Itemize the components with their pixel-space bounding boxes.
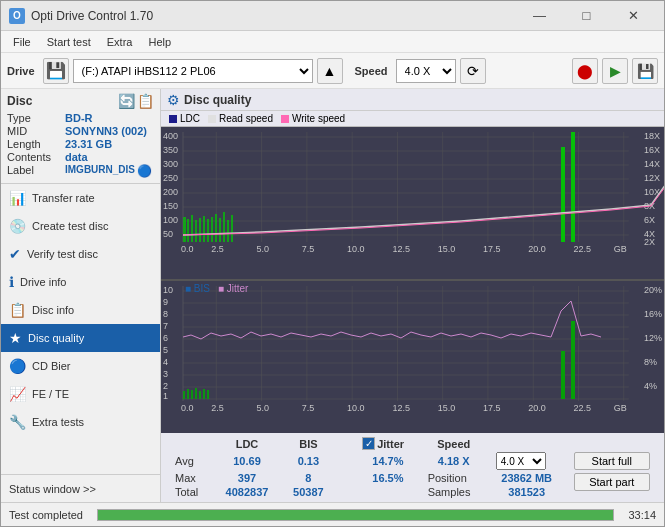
svg-rect-47 bbox=[223, 212, 225, 242]
start-full-button[interactable]: Start full bbox=[574, 452, 650, 470]
extra-tests-icon: 🔧 bbox=[9, 414, 26, 430]
progress-bar-fill bbox=[98, 510, 613, 520]
start-part-button[interactable]: Start part bbox=[574, 473, 650, 491]
svg-rect-102 bbox=[191, 390, 193, 399]
svg-text:8%: 8% bbox=[644, 357, 657, 367]
svg-text:10.0: 10.0 bbox=[347, 244, 365, 254]
close-button[interactable]: ✕ bbox=[611, 1, 656, 31]
disc-panel: Disc 🔄 📋 Type BD-R MID SONYNN3 (002) Len… bbox=[1, 89, 160, 184]
refresh-button[interactable]: ⟳ bbox=[460, 58, 486, 84]
svg-rect-105 bbox=[203, 389, 205, 399]
app-icon: O bbox=[9, 8, 25, 24]
svg-rect-40 bbox=[195, 220, 197, 242]
svg-rect-0 bbox=[161, 127, 664, 279]
svg-rect-107 bbox=[561, 351, 565, 399]
sidebar-item-drive-info[interactable]: ℹ Drive info bbox=[1, 268, 160, 296]
play-button[interactable]: ▶ bbox=[602, 58, 628, 84]
fe-te-icon: 📈 bbox=[9, 386, 26, 402]
svg-text:3: 3 bbox=[163, 369, 168, 379]
sidebar-item-disc-info[interactable]: 📋 Disc info bbox=[1, 296, 160, 324]
sidebar-item-transfer-rate[interactable]: 📊 Transfer rate bbox=[1, 184, 160, 212]
svg-text:10.0: 10.0 bbox=[347, 403, 365, 413]
status-window-button[interactable]: Status window >> bbox=[1, 474, 160, 502]
chart-ldc: 400 350 300 250 200 150 100 50 18X 16X 1… bbox=[161, 127, 664, 281]
eject-button[interactable]: ▲ bbox=[317, 58, 343, 84]
sidebar-item-verify-test-disc[interactable]: ✔ Verify test disc bbox=[1, 240, 160, 268]
save-button[interactable]: 💾 bbox=[632, 58, 658, 84]
disc-quality-title: Disc quality bbox=[184, 93, 251, 107]
svg-rect-104 bbox=[199, 391, 201, 399]
svg-text:20.0: 20.0 bbox=[528, 244, 546, 254]
drive-label: Drive bbox=[7, 65, 35, 77]
sidebar-item-extra-tests[interactable]: 🔧 Extra tests bbox=[1, 408, 160, 436]
svg-rect-41 bbox=[199, 218, 201, 242]
svg-rect-45 bbox=[215, 214, 217, 242]
statusbar: Test completed 33:14 bbox=[1, 502, 664, 526]
disc-quality-icon: ★ bbox=[9, 330, 22, 346]
svg-text:200: 200 bbox=[163, 187, 178, 197]
sidebar-item-disc-quality[interactable]: ★ Disc quality bbox=[1, 324, 160, 352]
menu-extra[interactable]: Extra bbox=[99, 34, 141, 50]
bis-legend-label: ■ BIS bbox=[185, 283, 210, 294]
speed-select-stats[interactable]: 4.0 X bbox=[496, 452, 546, 470]
disc-refresh-icon[interactable]: 🔄 bbox=[118, 93, 135, 109]
svg-text:6: 6 bbox=[163, 333, 168, 343]
sidebar-item-label: Disc quality bbox=[28, 332, 84, 344]
menu-start-test[interactable]: Start test bbox=[39, 34, 99, 50]
svg-text:12.5: 12.5 bbox=[392, 244, 410, 254]
svg-text:150: 150 bbox=[163, 201, 178, 211]
svg-rect-44 bbox=[211, 217, 213, 242]
svg-rect-37 bbox=[183, 217, 186, 242]
svg-text:2.5: 2.5 bbox=[211, 403, 224, 413]
disc-info-icon[interactable]: 📋 bbox=[137, 93, 154, 109]
svg-text:6X: 6X bbox=[644, 215, 655, 225]
svg-text:2: 2 bbox=[163, 381, 168, 391]
svg-text:2X: 2X bbox=[644, 237, 655, 247]
svg-text:12X: 12X bbox=[644, 173, 660, 183]
svg-text:15.0: 15.0 bbox=[438, 244, 456, 254]
menu-file[interactable]: File bbox=[5, 34, 39, 50]
sidebar-item-fe-te[interactable]: 📈 FE / TE bbox=[1, 380, 160, 408]
svg-text:12%: 12% bbox=[644, 333, 662, 343]
svg-text:16X: 16X bbox=[644, 145, 660, 155]
left-panel: Disc 🔄 📋 Type BD-R MID SONYNN3 (002) Len… bbox=[1, 89, 161, 502]
verify-test-disc-icon: ✔ bbox=[9, 246, 21, 262]
svg-rect-100 bbox=[183, 391, 185, 399]
speed-select[interactable]: 4.0 X bbox=[396, 59, 456, 83]
stop-button[interactable]: ⬤ bbox=[572, 58, 598, 84]
disc-contents-row: Contents data bbox=[7, 151, 154, 163]
sidebar-item-cd-bier[interactable]: 🔵 CD Bier bbox=[1, 352, 160, 380]
minimize-button[interactable]: — bbox=[517, 1, 562, 31]
drive-icon-btn[interactable]: 💾 bbox=[43, 58, 69, 84]
svg-text:7.5: 7.5 bbox=[302, 244, 315, 254]
jitter-checkbox[interactable]: ✓ bbox=[362, 437, 375, 450]
sidebar-item-label: Transfer rate bbox=[32, 192, 95, 204]
sidebar-item-label: CD Bier bbox=[32, 360, 71, 372]
drive-info-icon: ℹ bbox=[9, 274, 14, 290]
menu-help[interactable]: Help bbox=[140, 34, 179, 50]
svg-text:7: 7 bbox=[163, 321, 168, 331]
sidebar-item-label: Create test disc bbox=[32, 220, 108, 232]
nav-menu: 📊 Transfer rate 💿 Create test disc ✔ Ver… bbox=[1, 184, 160, 474]
window-controls: — □ ✕ bbox=[517, 1, 656, 31]
sidebar-item-label: Disc info bbox=[32, 304, 74, 316]
svg-text:17.5: 17.5 bbox=[483, 244, 501, 254]
menubar: File Start test Extra Help bbox=[1, 31, 664, 53]
svg-text:20.0: 20.0 bbox=[528, 403, 546, 413]
svg-rect-39 bbox=[191, 215, 193, 242]
disc-label-icon[interactable]: 🔵 bbox=[137, 164, 152, 178]
legend-read-speed: Read speed bbox=[208, 113, 273, 124]
sidebar-item-create-test-disc[interactable]: 💿 Create test disc bbox=[1, 212, 160, 240]
svg-rect-48 bbox=[227, 220, 229, 242]
status-text: Test completed bbox=[9, 509, 83, 521]
drive-select[interactable]: (F:) ATAPI iHBS112 2 PL06 bbox=[73, 59, 313, 83]
disc-mid-row: MID SONYNN3 (002) bbox=[7, 125, 154, 137]
disc-type-row: Type BD-R bbox=[7, 112, 154, 124]
stats-table: LDC BIS ✓ Jitter Speed Av bbox=[167, 436, 658, 499]
transfer-rate-icon: 📊 bbox=[9, 190, 26, 206]
svg-text:15.0: 15.0 bbox=[438, 403, 456, 413]
stats-area: LDC BIS ✓ Jitter Speed Av bbox=[161, 433, 664, 502]
maximize-button[interactable]: □ bbox=[564, 1, 609, 31]
chart2-legend: ■ BIS ■ Jitter bbox=[185, 283, 248, 294]
svg-text:5: 5 bbox=[163, 345, 168, 355]
